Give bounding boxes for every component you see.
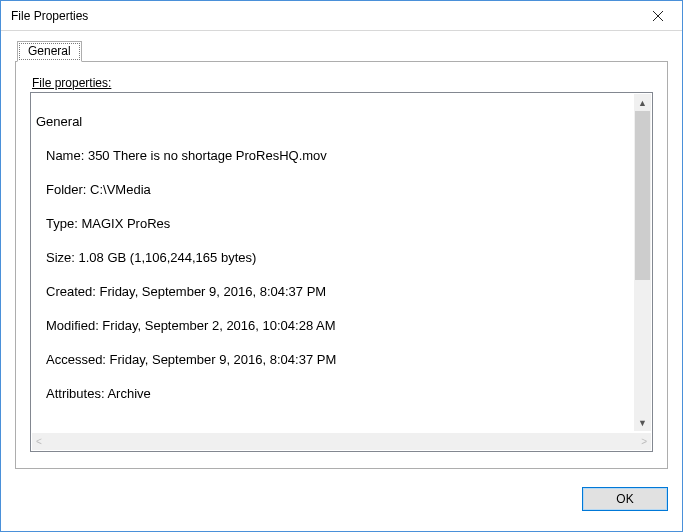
row-folder: Folder: C:\VMedia <box>36 181 630 198</box>
row-accessed: Accessed: Friday, September 9, 2016, 8:0… <box>36 351 630 368</box>
row-type: Type: MAGIX ProRes <box>36 215 630 232</box>
row-attributes: Attributes: Archive <box>36 385 630 402</box>
row-size: Size: 1.08 GB (1,106,244,165 bytes) <box>36 249 630 266</box>
titlebar[interactable]: File Properties <box>1 1 682 31</box>
properties-text: General Name: 350 There is no shortage P… <box>32 94 634 431</box>
row-created: Created: Friday, September 9, 2016, 8:04… <box>36 283 630 300</box>
client-area: General File properties: General Name: 3… <box>1 31 682 479</box>
ok-button[interactable]: OK <box>582 487 668 511</box>
row-name: Name: 350 There is no shortage ProResHQ.… <box>36 147 630 164</box>
properties-box: General Name: 350 There is no shortage P… <box>30 92 653 452</box>
row-modified: Modified: Friday, September 2, 2016, 10:… <box>36 317 630 334</box>
close-icon <box>653 11 663 21</box>
scroll-left-icon[interactable]: < <box>36 436 42 447</box>
scroll-down-icon[interactable]: ▼ <box>634 414 651 431</box>
tabstrip: General <box>15 41 668 61</box>
tab-general[interactable]: General <box>17 41 82 62</box>
close-button[interactable] <box>635 2 680 30</box>
blank1 <box>36 419 630 431</box>
scroll-thumb[interactable] <box>635 111 650 280</box>
scroll-right-icon[interactable]: > <box>641 436 647 447</box>
section-label: File properties: <box>32 76 653 90</box>
vertical-scrollbar[interactable]: ▲ ▼ <box>634 94 651 431</box>
tabpanel-general: File properties: General Name: 350 There… <box>15 61 668 469</box>
window-title: File Properties <box>11 9 88 23</box>
horizontal-scrollbar[interactable]: < > <box>32 433 651 450</box>
scroll-up-icon[interactable]: ▲ <box>634 94 651 111</box>
button-row: OK <box>1 479 682 521</box>
header-general: General <box>36 113 630 130</box>
